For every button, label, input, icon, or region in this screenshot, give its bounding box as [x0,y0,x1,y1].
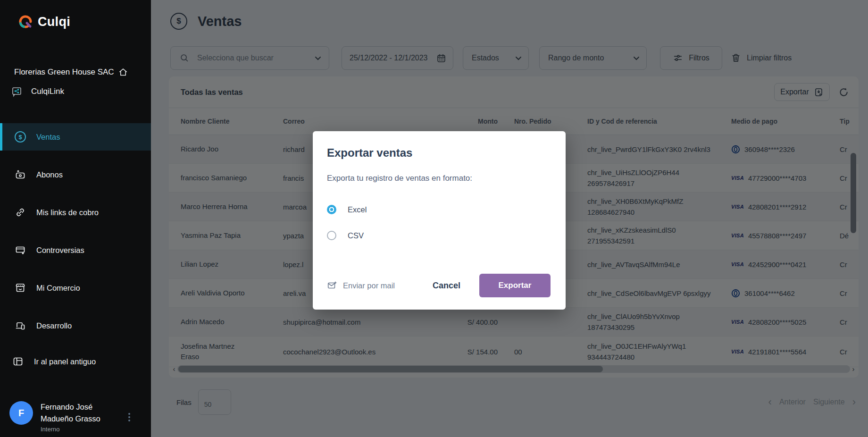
radio-excel[interactable] [327,205,336,214]
kebab-menu-icon[interactable] [128,413,130,421]
export-confirm-button[interactable]: Exportar [479,274,551,297]
storefront-icon [15,282,26,294]
sidebar: Culqi Florerias Green House SAC CulqiLin… [0,0,151,437]
culqilink-icon [11,86,23,97]
user-profile[interactable]: F Fernando José Madueño Grasso Interno [9,401,142,433]
deposit-box-icon [15,169,26,180]
culqi-logo: Culqi [18,14,70,29]
cancel-button[interactable]: Cancel [433,281,460,291]
user-role: Interno [41,426,121,433]
sidebar-item-mi-comercio[interactable]: Mi Comercio [0,274,151,302]
devices-icon [15,320,26,331]
format-option-excel[interactable]: Excel [327,205,551,214]
modal-footer: Enviar por mail Cancel Exportar [327,274,551,297]
sidebar-nav: $ Ventas Abonos [0,123,151,350]
sidebar-item-links-de-cobro[interactable]: Mis links de cobro [0,199,151,226]
sidebar-item-desarrollo[interactable]: Desarrollo [0,312,151,339]
avatar: F [9,401,33,425]
dollar-circle-icon: $ [15,131,26,143]
radio-csv[interactable] [327,231,336,240]
sidebar-item-ventas[interactable]: $ Ventas [0,123,151,151]
home-icon [118,67,128,77]
format-option-csv[interactable]: CSV [327,231,551,240]
app-window: Culqi Florerias Green House SAC CulqiLin… [0,0,868,437]
panel-icon [12,356,24,367]
sidebar-item-abonos[interactable]: Abonos [0,161,151,188]
user-name: Fernando José Madueño Grasso [41,401,121,425]
sidebar-item-controversias[interactable]: Controversias [0,236,151,264]
sidebar-item-panel-antiguo[interactable]: Ir al panel antiguo [12,356,96,367]
link-icon [15,207,26,218]
card-dispute-icon [15,244,26,256]
modal-title: Exportar ventas [327,146,551,160]
logo-text: Culqi [38,15,70,29]
export-modal: Exportar ventas Exporta tu registro de v… [313,131,566,310]
mail-plus-icon [327,280,337,291]
send-by-mail-link[interactable]: Enviar por mail [327,280,395,291]
modal-description: Exporta tu registro de ventas en formato… [327,174,551,183]
sidebar-item-culqilink[interactable]: CulqiLink [11,86,64,97]
merchant-name[interactable]: Florerias Green House SAC [14,67,142,77]
culqi-logo-icon [18,14,33,29]
